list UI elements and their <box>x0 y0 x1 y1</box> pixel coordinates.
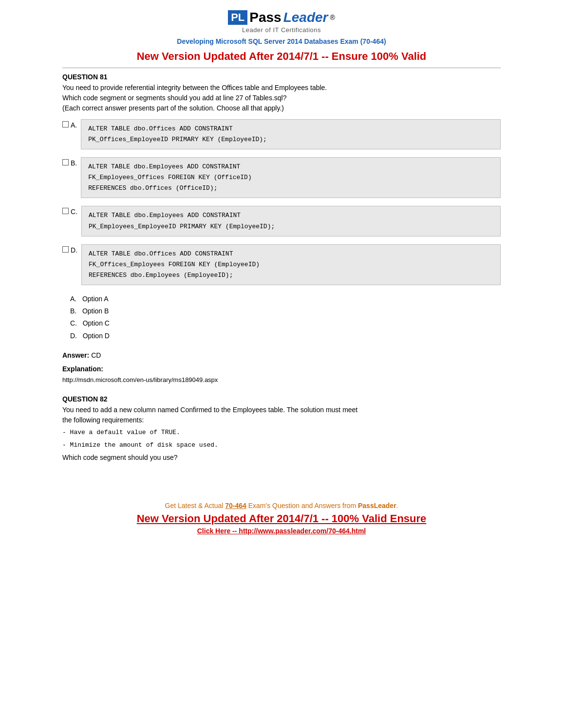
option-a-code: ALTER TABLE dbo.Offices ADD CONSTRAINT P… <box>81 119 501 149</box>
exam-title: Developing Microsoft SQL Server 2014 Dat… <box>62 37 501 45</box>
option-d-code: ALTER TABLE dbo.Offices ADD CONSTRAINT F… <box>81 244 501 285</box>
answer-list-a: A. Option A <box>70 293 501 305</box>
answer-label: Answer: <box>62 351 89 359</box>
footer: Get Latest & Actual 70-464 Exam's Questi… <box>62 492 501 535</box>
header: PL PassLeader® Leader of IT Certificatio… <box>62 10 501 45</box>
option-c-checkbox-area: C. <box>62 208 77 216</box>
option-d-checkbox-area: D. <box>62 246 77 254</box>
footer-exam-link[interactable]: 70-464 <box>225 502 246 510</box>
option-d-letter: D. <box>71 246 77 254</box>
explanation-label: Explanation: <box>62 365 103 373</box>
question-82-text: You need to add a new column named Confi… <box>62 405 501 463</box>
option-d-checkbox[interactable] <box>62 246 69 253</box>
req-1: - Have a default value of TRUE. <box>62 427 501 438</box>
option-b-checkbox[interactable] <box>62 159 69 165</box>
question-81: QUESTION 81 You need to provide referent… <box>62 73 501 385</box>
logo-pl: PL <box>228 10 247 25</box>
logo-container: PL PassLeader® <box>62 10 501 25</box>
question-81-text: You need to provide referential integrit… <box>62 83 501 113</box>
option-b-row: B. ALTER TABLE dbo.Employees ADD CONSTRA… <box>62 157 501 198</box>
option-b-checkbox-area: B. <box>62 159 77 167</box>
footer-line2: New Version Updated After 2014/7/1 -- 10… <box>62 512 501 525</box>
footer-line1: Get Latest & Actual 70-464 Exam's Questi… <box>62 502 501 510</box>
logo-reg: ® <box>330 14 335 21</box>
option-a-row: A. ALTER TABLE dbo.Offices ADD CONSTRAIN… <box>62 119 501 149</box>
explanation-section: Explanation: http://msdn.microsoft.com/e… <box>62 364 501 385</box>
footer-line3: Click Here -- http://www.passleader.com/… <box>62 527 501 535</box>
divider <box>62 68 501 68</box>
question-82-closing: Which code segment should you use? <box>62 454 178 461</box>
answer-list: A. Option A B. Option B C. Option C D. O… <box>70 293 501 342</box>
logo-tagline: Leader of IT Certifications <box>62 26 501 34</box>
banner-text: New Version Updated After 2014/7/1 -- En… <box>62 50 501 63</box>
question-81-number: QUESTION 81 <box>62 73 501 81</box>
option-b-letter: B. <box>71 159 77 167</box>
answer-list-c: C. Option C <box>70 317 501 329</box>
req-2: - Minimize the amount of disk space used… <box>62 440 501 451</box>
explanation-link[interactable]: http://msdn.microsoft.com/en-us/library/… <box>62 376 218 383</box>
answer-list-d: D. Option D <box>70 330 501 342</box>
answer-section: Answer: CD <box>62 350 501 361</box>
question-82: QUESTION 82 You need to add a new column… <box>62 395 501 463</box>
option-c-code: ALTER TABLE dbo.Employees ADD CONSTRAINT… <box>81 206 501 236</box>
answer-value: CD <box>91 351 101 359</box>
option-c-row: C. ALTER TABLE dbo.Employees ADD CONSTRA… <box>62 206 501 236</box>
answer-list-b: B. Option B <box>70 305 501 317</box>
question-82-number: QUESTION 82 <box>62 395 501 403</box>
logo-pass: Pass <box>249 10 281 25</box>
logo-leader: Leader <box>283 10 328 25</box>
footer-url-link[interactable]: Click Here -- http://www.passleader.com/… <box>197 527 366 535</box>
option-a-checkbox-area: A. <box>62 121 77 129</box>
option-c-letter: C. <box>71 208 77 216</box>
option-a-checkbox[interactable] <box>62 121 69 127</box>
option-c-checkbox[interactable] <box>62 208 69 214</box>
option-d-row: D. ALTER TABLE dbo.Offices ADD CONSTRAIN… <box>62 244 501 285</box>
option-a-letter: A. <box>71 121 77 129</box>
option-b-code: ALTER TABLE dbo.Employees ADD CONSTRAINT… <box>81 157 501 198</box>
